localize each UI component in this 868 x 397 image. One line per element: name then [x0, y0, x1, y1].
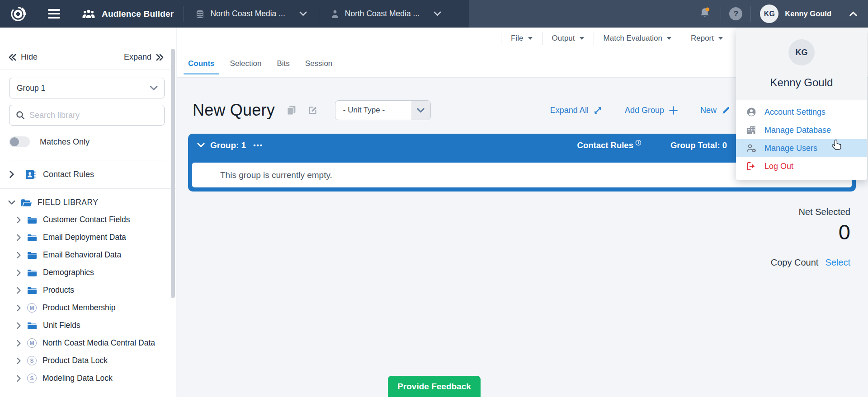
provide-feedback-button[interactable]: Provide Feedback	[388, 376, 481, 397]
user-dropdown-menu: KG Kenny Gould Account Settings	[736, 28, 867, 180]
database-selector[interactable]: North Coast Media ...	[194, 6, 308, 22]
top-navbar: Audience Builder North Coast Media ... N…	[0, 0, 868, 28]
sidebar-item-north-coast-media-central-data[interactable]: M North Coast Media Central Data	[0, 334, 176, 352]
mouse-cursor-hand	[831, 139, 843, 154]
menu-file[interactable]: File	[501, 34, 542, 43]
query-title: New Query	[193, 101, 275, 120]
sidebar-item-email-behavioral-data[interactable]: Email Behavioral Data	[0, 246, 176, 264]
folder-icon	[27, 269, 37, 277]
help-icon[interactable]: ?	[729, 7, 742, 20]
copy-count-label: Copy Count	[771, 257, 819, 268]
chevron-down-icon[interactable]	[197, 143, 205, 148]
navbar-divider	[184, 6, 184, 22]
group-empty-message: This group is currently empty.	[220, 170, 332, 180]
pencil-icon	[722, 106, 731, 115]
chevron-right-icon	[16, 340, 21, 347]
sidebar-item-product-membership[interactable]: M Product Membership	[0, 299, 176, 317]
menu-item-account-settings[interactable]: Account Settings	[736, 103, 867, 121]
unit-selector[interactable]: North Coast Media ...	[329, 6, 443, 21]
search-icon	[16, 111, 25, 120]
folder-icon	[27, 251, 37, 259]
user-menu-name: Kenny Gould	[736, 76, 867, 89]
hide-panel-button[interactable]: Hide	[8, 52, 38, 62]
chevron-right-icon	[16, 357, 21, 364]
new-query-link[interactable]: New	[700, 106, 731, 115]
sidebar-controls: Hide Expand	[0, 45, 176, 70]
user-name: Kenny Gould	[785, 9, 831, 18]
menu-report[interactable]: Report	[681, 34, 732, 43]
sidebar-item-customer-contact-fields[interactable]: Customer Contact Fields	[0, 211, 176, 229]
audience-people-icon	[82, 9, 95, 19]
group-contact-rules-label: Contact Rules	[577, 140, 633, 150]
folder-icon	[27, 286, 37, 294]
field-library-tree: Customer Contact Fields Email Deployment…	[0, 210, 176, 387]
menu-item-log-out[interactable]: Log Out	[736, 157, 867, 175]
sidebar-item-modeling-data-lock[interactable]: S Modeling Data Lock	[0, 369, 176, 387]
chevron-right-icon	[16, 234, 21, 241]
search-input[interactable]	[29, 111, 159, 120]
menu-item-manage-users[interactable]: Manage Users	[736, 139, 867, 157]
sidebar-item-product-data-lock[interactable]: S Product Data Lock	[0, 352, 176, 369]
chevron-right-icon	[16, 322, 21, 329]
building-icon	[746, 126, 757, 135]
chevron-right-icon	[16, 304, 21, 312]
sidebar-item-products[interactable]: Products	[0, 281, 176, 299]
expand-all-icon	[594, 106, 602, 115]
sidebar-scrollbar[interactable]	[171, 49, 175, 298]
chevron-right-icon	[16, 269, 21, 276]
caret-down-icon	[580, 37, 584, 40]
hamburger-menu-icon[interactable]	[45, 6, 63, 21]
folder-icon	[27, 234, 37, 242]
add-group-link[interactable]: Add Group	[625, 106, 678, 115]
tab-bits[interactable]: Bits	[272, 59, 294, 77]
user-gear-icon	[746, 144, 757, 153]
expand-all-link[interactable]: Expand All	[550, 106, 602, 115]
copy-count-select-link[interactable]: Select	[825, 257, 850, 268]
sidebar-item-demographics[interactable]: Demographics	[0, 264, 176, 281]
chevron-down-icon	[411, 101, 430, 120]
menu-match-evaluation[interactable]: Match Evaluation	[594, 34, 681, 43]
menu-output[interactable]: Output	[542, 34, 594, 43]
sidebar-item-contact-rules[interactable]: Contact Rules	[0, 160, 176, 189]
chevron-down-icon	[299, 11, 307, 16]
chevron-down-icon	[150, 85, 158, 91]
copy-icon	[287, 105, 296, 116]
net-selected-label: Net Selected	[188, 207, 850, 217]
tab-selection[interactable]: Selection	[226, 59, 266, 77]
menu-item-manage-database[interactable]: Manage Database	[736, 121, 867, 139]
notifications-button[interactable]	[697, 5, 712, 23]
app-logo-icon[interactable]	[9, 5, 27, 23]
expand-panel-button[interactable]: Expand	[124, 52, 164, 62]
group-options-icon[interactable]: •••	[253, 141, 263, 149]
net-selected-value: 0	[188, 219, 850, 246]
caret-down-icon	[528, 37, 533, 40]
unit-selector-value: North Coast Media ...	[345, 9, 420, 19]
sidebar-item-field-library[interactable]: FIELD LIBRARY	[0, 189, 176, 210]
contact-card-icon	[25, 169, 36, 180]
person-icon	[331, 9, 339, 19]
tab-counts[interactable]: Counts	[184, 59, 219, 77]
info-icon[interactable]	[635, 140, 642, 146]
contact-rules-label: Contact Rules	[43, 170, 94, 179]
edit-query-button[interactable]	[308, 105, 318, 115]
tab-session[interactable]: Session	[301, 59, 337, 77]
count-summary: Net Selected 0 Copy Count Select	[188, 207, 856, 268]
sidebar-item-unit-fields[interactable]: Unit Fields	[0, 317, 176, 334]
navbar-divider	[319, 6, 319, 22]
caret-down-icon	[718, 37, 723, 40]
user-menu-button[interactable]: KG Kenny Gould	[759, 3, 858, 25]
chevron-down-icon	[8, 200, 15, 205]
sidebar-item-email-deployment-data[interactable]: Email Deployment Data	[0, 229, 176, 246]
double-chevron-left-icon	[8, 54, 16, 61]
unit-type-select[interactable]: - Unit Type -	[335, 100, 431, 120]
double-chevron-right-icon	[156, 54, 164, 61]
chevron-up-icon	[849, 11, 857, 16]
logout-icon	[746, 162, 757, 171]
chevron-right-icon	[16, 287, 21, 294]
group-select[interactable]: Group 1	[9, 78, 165, 98]
matches-only-toggle[interactable]	[9, 136, 30, 147]
unit-type-value: - Unit Type -	[335, 106, 411, 115]
matches-only-row: Matches Only	[9, 136, 167, 160]
copy-query-button[interactable]	[287, 105, 296, 116]
user-menu-header: KG Kenny Gould	[736, 28, 867, 100]
